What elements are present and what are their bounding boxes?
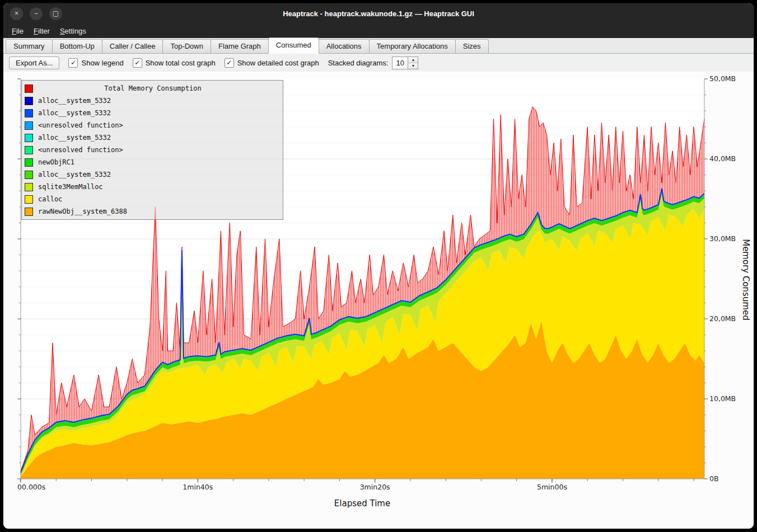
maximize-button[interactable]: ▢ <box>49 7 62 20</box>
y-tick-label: 40,0MB <box>709 154 736 163</box>
y-tick-label: 50,0MB <box>709 74 736 83</box>
legend-swatch-total <box>25 84 33 93</box>
show-legend-label: Show legend <box>81 59 123 67</box>
window-controls: × − ▢ <box>10 7 62 20</box>
tab-sizes[interactable]: Sizes <box>455 39 489 53</box>
x-axis-title: Elapsed Time <box>334 498 390 509</box>
x-tick-label: 1min40s <box>183 483 213 491</box>
legend-entry-label: rawNewObj__system_6388 <box>38 208 127 215</box>
legend-color-swatch <box>25 158 33 167</box>
minimize-button[interactable]: − <box>30 7 43 20</box>
maximize-icon: ▢ <box>53 10 59 17</box>
legend-color-swatch <box>25 183 33 191</box>
legend-entry-label: <unresolved function> <box>38 146 123 154</box>
show-detailed-cost-checkbox[interactable]: ✓ Show detailed cost graph <box>225 58 319 68</box>
spinbox-up-icon[interactable]: ▲ <box>408 57 418 63</box>
menu-filter[interactable]: Filter <box>29 25 55 37</box>
x-tick-label: 3min20s <box>360 483 390 491</box>
spinbox-value[interactable]: 10 <box>392 57 408 69</box>
window-title: Heaptrack - heaptrack.wakunode.1.gz — He… <box>3 10 754 18</box>
tab-allocations[interactable]: Allocations <box>319 39 370 53</box>
legend-color-swatch <box>25 171 33 179</box>
tab-temporary-allocations[interactable]: Temporary Allocations <box>369 39 456 53</box>
legend-entry: calloc <box>25 193 280 205</box>
legend-entry: alloc__system_5332 <box>25 95 280 107</box>
y-tick-label: 30,0MB <box>709 234 736 243</box>
legend-color-swatch <box>25 195 33 204</box>
stacked-diagrams-spinbox[interactable]: 10 ▲ ▼ <box>392 57 418 69</box>
legend-entry-label: newObjRC1 <box>38 158 74 166</box>
tab-bar: Summary Bottom-Up Caller / Callee Top-Do… <box>3 38 754 54</box>
app-window: × − ▢ Heaptrack - heaptrack.wakunode.1.g… <box>3 3 754 529</box>
legend-color-swatch <box>25 121 33 130</box>
legend-entry: <unresolved function> <box>25 144 280 156</box>
menubar: File Filter Settings <box>3 23 754 38</box>
legend-entry: <unresolved function> <box>25 119 280 131</box>
stacked-diagrams-label: Stacked diagrams: <box>328 59 389 67</box>
legend-color-swatch <box>25 146 33 154</box>
checkbox-check-icon: ✓ <box>68 58 78 68</box>
show-detailed-cost-label: Show detailed cost graph <box>237 59 319 67</box>
toolbar: Export As... ✓ Show legend ✓ Show total … <box>3 54 754 72</box>
tab-top-down[interactable]: Top-Down <box>162 39 211 53</box>
menu-settings[interactable]: Settings <box>55 25 91 37</box>
y-axis-title: Memory Consumed <box>741 239 751 321</box>
x-tick-label: 5min00s <box>537 483 567 491</box>
close-button[interactable]: × <box>10 7 23 20</box>
checkbox-check-icon: ✓ <box>133 58 142 68</box>
legend-entry-label: calloc <box>38 195 62 203</box>
legend-color-swatch <box>25 97 33 105</box>
legend-entry: alloc__system_5332 <box>25 168 280 181</box>
tab-flame-graph[interactable]: Flame Graph <box>211 39 269 53</box>
tab-bottom-up[interactable]: Bottom-Up <box>52 39 102 53</box>
spinbox-down-icon[interactable]: ▼ <box>408 63 418 69</box>
legend-entry-label: alloc__system_5332 <box>38 109 111 117</box>
legend-title: Total Memory Consumption <box>38 84 280 92</box>
show-legend-checkbox[interactable]: ✓ Show legend <box>68 58 123 68</box>
tab-consumed[interactable]: Consumed <box>268 37 319 54</box>
legend-color-swatch <box>25 109 33 117</box>
legend-entry-label: alloc__system_5332 <box>38 97 111 105</box>
legend-entry-label: alloc__system_5332 <box>38 171 111 178</box>
legend-entry-label: <unresolved function> <box>38 121 123 129</box>
legend-entry-label: sqlite3MemMalloc <box>38 183 103 191</box>
show-total-cost-label: Show total cost graph <box>146 59 216 67</box>
legend-entry: newObjRC1 <box>25 156 280 168</box>
x-tick-label: 00.000s <box>17 483 45 491</box>
chart-legend: Total Memory Consumptionalloc__system_53… <box>21 80 283 220</box>
legend-color-swatch <box>25 208 33 216</box>
legend-title-row: Total Memory Consumption <box>25 82 280 95</box>
legend-entry-label: alloc__system_5332 <box>38 134 111 142</box>
stacked-diagrams-group: Stacked diagrams: 10 ▲ ▼ <box>328 57 419 69</box>
legend-entry: alloc__system_5332 <box>25 107 280 119</box>
minimize-icon: − <box>34 10 38 17</box>
export-as-button[interactable]: Export As... <box>9 57 59 69</box>
tab-summary[interactable]: Summary <box>6 39 53 53</box>
show-total-cost-checkbox[interactable]: ✓ Show total cost graph <box>133 58 216 68</box>
menu-file[interactable]: File <box>7 25 29 37</box>
legend-entry: sqlite3MemMalloc <box>25 181 280 193</box>
legend-entry: alloc__system_5332 <box>25 131 280 144</box>
consumed-chart-area: 0B10,0MB20,0MB30,0MB40,0MB50,0MB00.000s1… <box>3 72 754 529</box>
checkbox-check-icon: ✓ <box>225 58 234 68</box>
y-tick-label: 20,0MB <box>709 314 736 323</box>
titlebar: × − ▢ Heaptrack - heaptrack.wakunode.1.g… <box>3 3 754 23</box>
legend-color-swatch <box>25 134 33 142</box>
tab-caller-callee[interactable]: Caller / Callee <box>102 39 163 53</box>
close-icon: × <box>15 10 18 17</box>
legend-entry: rawNewObj__system_6388 <box>25 205 280 218</box>
y-tick-label: 10,0MB <box>709 394 736 403</box>
y-tick-label: 0B <box>709 474 719 483</box>
